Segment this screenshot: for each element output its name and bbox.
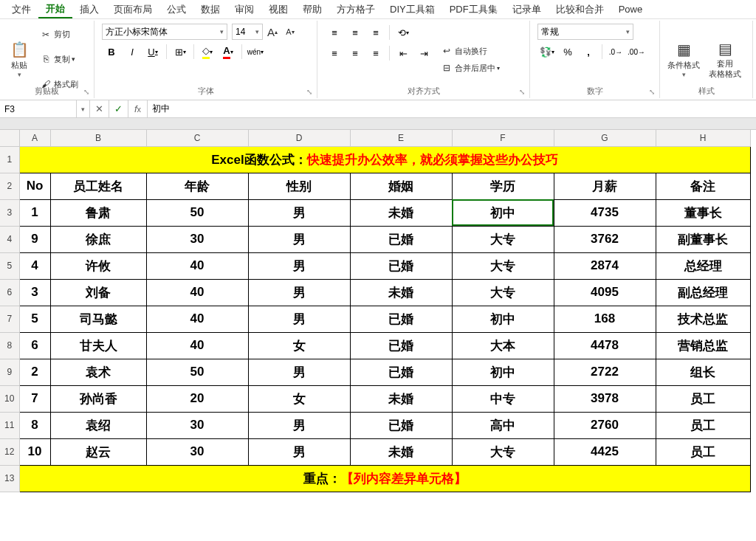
row-head-13[interactable]: 13 (0, 465, 19, 492)
cell-H4[interactable]: 副董事长 (656, 226, 750, 252)
formula-input[interactable]: 初中 (148, 100, 756, 117)
cell-F7[interactable]: 初中 (452, 306, 554, 332)
phonetic-button[interactable]: wén▾ (246, 43, 265, 61)
cell-H6[interactable]: 副总经理 (656, 279, 750, 306)
cell-G6[interactable]: 4095 (554, 279, 656, 306)
clipboard-dialog-launcher[interactable]: ⤡ (83, 88, 92, 97)
menu-item-5[interactable]: 数据 (193, 0, 227, 18)
font-color-button[interactable]: A▾ (219, 43, 238, 61)
cell-D9[interactable]: 男 (248, 359, 350, 385)
align-bottom-button[interactable]: ≡ (366, 24, 385, 41)
row-head-12[interactable]: 12 (0, 438, 19, 465)
percent-button[interactable]: % (558, 43, 577, 61)
cell-C6[interactable]: 40 (146, 279, 248, 306)
col-head-A[interactable]: A (19, 130, 50, 146)
increase-decimal-button[interactable]: .0→ (606, 43, 625, 61)
menu-item-13[interactable]: 比较和合并 (549, 0, 611, 18)
name-box[interactable]: F3 (0, 100, 77, 117)
cell-D5[interactable]: 男 (248, 252, 350, 279)
name-box-dropdown[interactable]: ▾ (77, 100, 90, 117)
menu-item-11[interactable]: PDF工具集 (442, 0, 505, 18)
cell-B8[interactable]: 甘夫人 (50, 332, 146, 359)
accounting-format-button[interactable]: 💱▾ (537, 43, 557, 61)
table-header-1[interactable]: 员工姓名 (50, 173, 146, 199)
row-head-3[interactable]: 3 (0, 199, 19, 226)
cell-G10[interactable]: 3978 (554, 385, 656, 412)
row-head-1[interactable]: 1 (0, 146, 19, 173)
cell-E6[interactable]: 未婚 (350, 279, 452, 306)
align-right-button[interactable]: ≡ (366, 44, 385, 62)
cell-A3[interactable]: 1 (19, 199, 50, 226)
cell-A8[interactable]: 6 (19, 332, 50, 359)
menu-item-2[interactable]: 插入 (72, 0, 106, 18)
cell-C8[interactable]: 40 (146, 332, 248, 359)
cell-F10[interactable]: 中专 (452, 385, 554, 412)
cell-G4[interactable]: 3762 (554, 226, 656, 252)
bold-button[interactable]: B (102, 43, 121, 61)
row-head-9[interactable]: 9 (0, 359, 19, 385)
cell-B6[interactable]: 刘备 (50, 279, 146, 306)
cell-F11[interactable]: 高中 (452, 412, 554, 438)
cell-E4[interactable]: 已婚 (350, 226, 452, 252)
cell-A5[interactable]: 4 (19, 252, 50, 279)
cell-A6[interactable]: 3 (19, 279, 50, 306)
cell-C10[interactable]: 20 (146, 385, 248, 412)
row-head-8[interactable]: 8 (0, 332, 19, 359)
row-head-6[interactable]: 6 (0, 279, 19, 306)
col-head-B[interactable]: B (50, 130, 146, 146)
col-head-D[interactable]: D (248, 130, 350, 146)
cell-A12[interactable]: 10 (19, 438, 50, 465)
underline-button[interactable]: U▾ (143, 43, 162, 61)
cell-F3[interactable]: 初中 (452, 199, 554, 226)
cell-G8[interactable]: 4478 (554, 332, 656, 359)
increase-indent-button[interactable]: ⇥ (414, 44, 433, 62)
cell-G9[interactable]: 2722 (554, 359, 656, 385)
wrap-text-button[interactable]: ↩自动换行 (438, 44, 503, 58)
cell-A4[interactable]: 9 (19, 226, 50, 252)
cell-D11[interactable]: 男 (248, 412, 350, 438)
cell-F8[interactable]: 大本 (452, 332, 554, 359)
cell-E5[interactable]: 已婚 (350, 252, 452, 279)
cell-H3[interactable]: 董事长 (656, 199, 750, 226)
table-header-7[interactable]: 备注 (656, 173, 750, 199)
font-dialog-launcher[interactable]: ⤡ (306, 88, 315, 97)
cell-C11[interactable]: 30 (146, 412, 248, 438)
cell-H8[interactable]: 营销总监 (656, 332, 750, 359)
table-header-6[interactable]: 月薪 (554, 173, 656, 199)
menu-item-9[interactable]: 方方格子 (329, 0, 382, 18)
number-format-select[interactable]: 常规▾ (537, 24, 633, 40)
cell-C4[interactable]: 30 (146, 226, 248, 252)
cell-A9[interactable]: 2 (19, 359, 50, 385)
table-header-2[interactable]: 年龄 (146, 173, 248, 199)
cell-E9[interactable]: 已婚 (350, 359, 452, 385)
menu-item-4[interactable]: 公式 (159, 0, 193, 18)
menu-item-7[interactable]: 视图 (261, 0, 295, 18)
cell-D10[interactable]: 女 (248, 385, 350, 412)
cell-F4[interactable]: 大专 (452, 226, 554, 252)
font-name-select[interactable]: 方正小标宋简体▾ (102, 24, 227, 40)
row-head-4[interactable]: 4 (0, 226, 19, 252)
border-button[interactable]: ⊞▾ (171, 43, 190, 61)
col-head-F[interactable]: F (452, 130, 554, 146)
number-dialog-launcher[interactable]: ⤡ (649, 88, 658, 97)
col-head-E[interactable]: E (350, 130, 452, 146)
cell-E11[interactable]: 已婚 (350, 412, 452, 438)
menu-item-8[interactable]: 帮助 (295, 0, 329, 18)
fill-color-button[interactable]: ◇▾ (198, 43, 217, 61)
row-head-7[interactable]: 7 (0, 306, 19, 332)
align-center-button[interactable]: ≡ (346, 44, 365, 62)
menu-item-6[interactable]: 审阅 (227, 0, 261, 18)
cell-D8[interactable]: 女 (248, 332, 350, 359)
cell-E12[interactable]: 未婚 (350, 438, 452, 465)
col-head-C[interactable]: C (146, 130, 248, 146)
cell-F6[interactable]: 大专 (452, 279, 554, 306)
cell-G7[interactable]: 168 (554, 306, 656, 332)
table-header-0[interactable]: No (19, 173, 50, 199)
cut-button[interactable]: ✂剪切 (37, 27, 81, 41)
cell-G11[interactable]: 2760 (554, 412, 656, 438)
cell-H5[interactable]: 总经理 (656, 252, 750, 279)
align-left-button[interactable]: ≡ (325, 44, 344, 62)
cell-B12[interactable]: 赵云 (50, 438, 146, 465)
font-size-select[interactable]: 14▾ (232, 24, 263, 40)
menu-item-1[interactable]: 开始 (38, 0, 72, 18)
